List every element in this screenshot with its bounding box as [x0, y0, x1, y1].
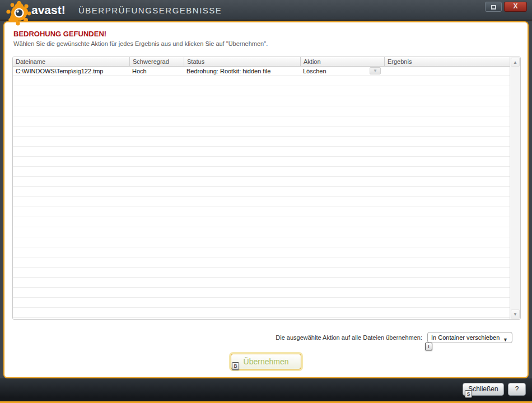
empty-rows-area: [13, 76, 510, 319]
instruction-text: Wählen Sie die gewünschte Aktion für jed…: [13, 40, 268, 47]
cell-dateiname: C:\WINDOWS\Temp\sig122.tmp: [13, 67, 129, 76]
window-title: ÜBERPRÜFUNGSERGEBNISSE: [78, 6, 222, 15]
scroll-up-button[interactable]: [511, 58, 520, 67]
accelerator-badge-s: S: [465, 390, 472, 398]
restore-button[interactable]: [485, 2, 502, 12]
help-button[interactable]: ?: [508, 383, 526, 396]
accelerator-badge-i: I: [425, 343, 432, 350]
threat-heading: BEDROHUNG GEFUNDEN!: [13, 30, 106, 38]
column-header-ergebnis[interactable]: Ergebnis: [384, 57, 510, 66]
apply-button[interactable]: Übernehmen: [231, 354, 301, 369]
action-dropdown-button[interactable]: [370, 67, 381, 74]
footer-bar: Schließen ?: [0, 378, 532, 403]
column-header-schweregrad[interactable]: Schweregrad: [129, 57, 184, 66]
cell-schweregrad: Hoch: [129, 67, 184, 76]
column-header-aktion[interactable]: Aktion: [300, 57, 384, 66]
cell-ergebnis: [384, 67, 510, 76]
scroll-down-button[interactable]: [511, 310, 520, 318]
chevron-down-icon: [503, 335, 508, 345]
restore-icon: [491, 5, 496, 10]
cell-aktion: Löschen: [300, 67, 384, 76]
close-window-button[interactable]: X: [504, 2, 527, 12]
table-row[interactable]: C:\WINDOWS\Temp\sig122.tmp Hoch Bedrohun…: [13, 67, 510, 76]
apply-all-row: Die ausgewählte Aktion auf alle Dateien …: [4, 332, 530, 344]
table-header: Dateiname Schweregrad Status Aktion Erge…: [13, 57, 510, 67]
column-header-status[interactable]: Status: [184, 57, 300, 66]
avast-logo-icon: [4, 1, 34, 26]
cell-status: Bedrohung: Rootkit: hidden file: [184, 67, 300, 76]
apply-all-dropdown[interactable]: In Container verschieben: [427, 332, 512, 343]
results-table: Dateiname Schweregrad Status Aktion Erge…: [12, 57, 521, 320]
action-value: Löschen: [303, 68, 326, 74]
brand-name: avast!: [31, 3, 66, 17]
column-header-dateiname[interactable]: Dateiname: [13, 57, 129, 66]
results-panel: BEDROHUNG GEFUNDEN! Wählen Sie die gewün…: [3, 21, 529, 378]
titlebar: avast! ÜBERPRÜFUNGSERGEBNISSE X: [0, 0, 532, 21]
accelerator-badge-b: B: [232, 362, 239, 370]
apply-all-dropdown-value: In Container verschieben: [431, 334, 500, 341]
vertical-scrollbar[interactable]: [510, 57, 520, 319]
apply-all-label: Die ausgewählte Aktion auf alle Dateien …: [276, 334, 422, 341]
